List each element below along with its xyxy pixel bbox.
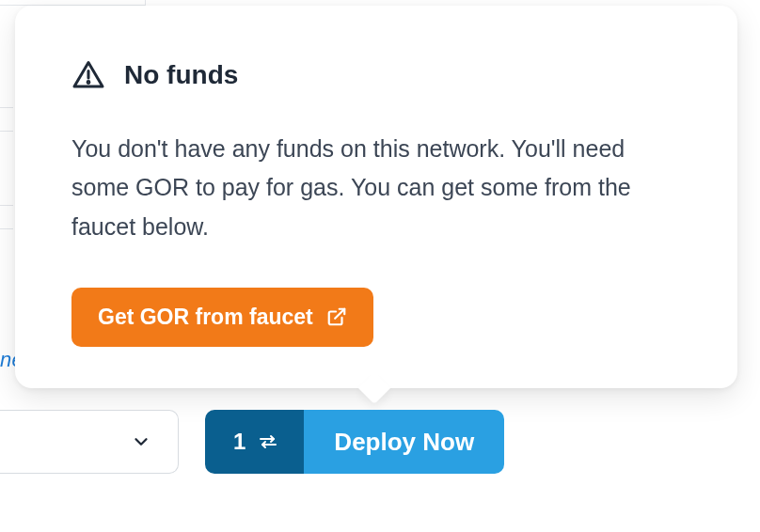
- bg-border-fragment: [0, 107, 13, 132]
- deploy-now-button[interactable]: Deploy Now: [304, 410, 504, 474]
- popover-body-text: You don't have any funds on this network…: [71, 130, 681, 246]
- transaction-count-value: 1: [233, 429, 245, 455]
- warning-icon: [71, 58, 105, 92]
- network-dropdown-button[interactable]: [0, 410, 179, 474]
- external-link-icon: [326, 306, 347, 327]
- no-funds-popover: No funds You don't have any funds on thi…: [15, 6, 737, 388]
- bg-border-fragment: [0, 205, 13, 229]
- transaction-count-badge[interactable]: 1: [205, 410, 304, 474]
- deploy-button-label: Deploy Now: [334, 428, 474, 456]
- popover-header: No funds: [71, 58, 681, 92]
- popover-title: No funds: [124, 60, 238, 90]
- swap-arrows-icon: [257, 430, 279, 453]
- faucet-button-label: Get GOR from faucet: [98, 305, 313, 330]
- svg-point-1: [87, 82, 89, 84]
- deploy-button-group: 1 Deploy Now: [205, 410, 504, 474]
- svg-line-2: [335, 309, 344, 319]
- chevron-down-icon: [131, 431, 151, 452]
- get-gor-faucet-button[interactable]: Get GOR from faucet: [71, 288, 373, 347]
